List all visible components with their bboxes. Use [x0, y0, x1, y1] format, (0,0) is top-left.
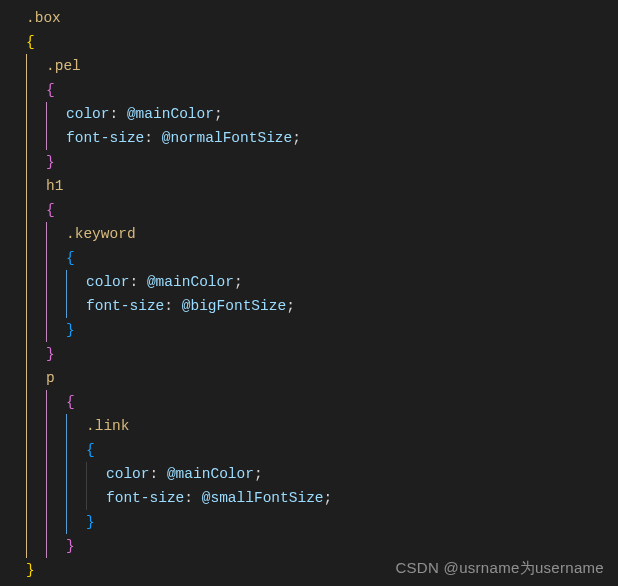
- indent-guide: [26, 246, 27, 270]
- indent-guide: [46, 438, 47, 462]
- indent-guide: [46, 486, 47, 510]
- code-line[interactable]: }: [26, 342, 618, 366]
- code-line[interactable]: }: [26, 150, 618, 174]
- code-content: .box: [26, 6, 61, 30]
- code-content: font-size: @smallFontSize;: [106, 486, 332, 510]
- code-line[interactable]: p: [26, 366, 618, 390]
- indent-guide: [26, 414, 27, 438]
- token-brace-p: }: [46, 346, 55, 362]
- indent-guide: [26, 174, 27, 198]
- token-tag: h1: [46, 178, 63, 194]
- code-line[interactable]: {: [26, 78, 618, 102]
- indent-guide: [26, 222, 27, 246]
- code-line[interactable]: {: [26, 30, 618, 54]
- token-prop: font-size: [66, 130, 144, 146]
- indent-guide: [26, 510, 27, 534]
- token-var: @mainColor: [127, 106, 214, 122]
- indent-guide: [46, 102, 47, 126]
- token-brace-b: {: [66, 250, 75, 266]
- indent-guide: [26, 54, 27, 78]
- indent-guide: [46, 270, 47, 294]
- token-brace-b: }: [86, 514, 95, 530]
- token-prop: color: [106, 466, 150, 482]
- token-punc: :: [144, 130, 161, 146]
- token-sel: .pel: [46, 58, 81, 74]
- code-line[interactable]: }: [26, 510, 618, 534]
- code-content: }: [26, 558, 35, 582]
- token-punc: :: [164, 298, 181, 314]
- indent-guide: [46, 414, 47, 438]
- code-content: font-size: @normalFontSize;: [66, 126, 301, 150]
- token-brace-p: {: [46, 82, 55, 98]
- code-line[interactable]: {: [26, 438, 618, 462]
- token-brace-p: {: [46, 202, 55, 218]
- indent-guide: [26, 486, 27, 510]
- token-punc: ;: [214, 106, 223, 122]
- code-line[interactable]: .pel: [26, 54, 618, 78]
- code-content: h1: [46, 174, 63, 198]
- indent-guide: [26, 534, 27, 558]
- token-var: @normalFontSize: [162, 130, 293, 146]
- code-content: font-size: @bigFontSize;: [86, 294, 295, 318]
- indent-guide: [26, 126, 27, 150]
- token-var: @mainColor: [167, 466, 254, 482]
- code-line[interactable]: font-size: @bigFontSize;: [26, 294, 618, 318]
- token-sel: .keyword: [66, 226, 136, 242]
- code-content: }: [86, 510, 95, 534]
- indent-guide: [66, 510, 67, 534]
- indent-guide: [26, 78, 27, 102]
- token-punc: :: [184, 490, 201, 506]
- token-prop: font-size: [106, 490, 184, 506]
- indent-guide: [46, 246, 47, 270]
- code-content: .keyword: [66, 222, 136, 246]
- code-content: color: @mainColor;: [86, 270, 243, 294]
- indent-guide: [86, 486, 87, 510]
- code-line[interactable]: font-size: @normalFontSize;: [26, 126, 618, 150]
- code-line[interactable]: h1: [26, 174, 618, 198]
- code-content: .link: [86, 414, 130, 438]
- code-content: {: [66, 390, 75, 414]
- indent-guide: [26, 294, 27, 318]
- token-prop: font-size: [86, 298, 164, 314]
- code-editor[interactable]: .box{.pel{color: @mainColor;font-size: @…: [0, 0, 618, 582]
- code-content: }: [66, 534, 75, 558]
- code-content: {: [46, 198, 55, 222]
- code-line[interactable]: color: @mainColor;: [26, 270, 618, 294]
- token-brace-b: }: [66, 322, 75, 338]
- indent-guide: [26, 390, 27, 414]
- code-line[interactable]: }: [26, 318, 618, 342]
- code-line[interactable]: {: [26, 198, 618, 222]
- code-line[interactable]: .box: [26, 6, 618, 30]
- token-var: @bigFontSize: [182, 298, 286, 314]
- code-line[interactable]: {: [26, 390, 618, 414]
- code-content: {: [66, 246, 75, 270]
- indent-guide: [66, 294, 67, 318]
- code-line[interactable]: color: @mainColor;: [26, 102, 618, 126]
- token-prop: color: [86, 274, 130, 290]
- token-brace-b: {: [86, 442, 95, 458]
- indent-guide: [26, 366, 27, 390]
- token-punc: :: [110, 106, 127, 122]
- code-line[interactable]: }: [26, 534, 618, 558]
- token-var: @smallFontSize: [202, 490, 324, 506]
- code-line[interactable]: .keyword: [26, 222, 618, 246]
- code-line[interactable]: {: [26, 246, 618, 270]
- indent-guide: [46, 318, 47, 342]
- indent-guide: [66, 438, 67, 462]
- code-line[interactable]: .link: [26, 414, 618, 438]
- token-sel: .box: [26, 10, 61, 26]
- indent-guide: [66, 462, 67, 486]
- token-tag: p: [46, 370, 55, 386]
- code-content: }: [46, 150, 55, 174]
- token-punc: :: [130, 274, 147, 290]
- code-line[interactable]: font-size: @smallFontSize;: [26, 486, 618, 510]
- indent-guide: [26, 102, 27, 126]
- watermark-text: CSDN @usrname为username: [395, 559, 604, 578]
- code-line[interactable]: color: @mainColor;: [26, 462, 618, 486]
- indent-guide: [46, 222, 47, 246]
- indent-guide: [26, 270, 27, 294]
- token-brace-p: }: [46, 154, 55, 170]
- indent-guide: [26, 438, 27, 462]
- indent-guide: [66, 270, 67, 294]
- indent-guide: [26, 198, 27, 222]
